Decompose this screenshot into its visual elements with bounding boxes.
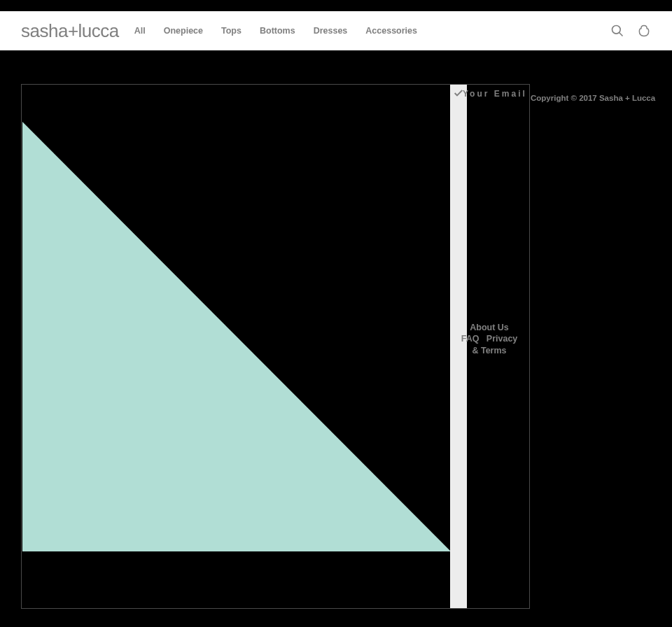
faq-link[interactable]: FAQ	[461, 334, 479, 344]
primary-nav: All Onepiece Tops Bottoms Dresses Access…	[134, 26, 417, 36]
cart-icon[interactable]	[637, 24, 651, 38]
svg-line-1	[620, 33, 623, 36]
copyright-text: Copyright © 2017 Sasha + Lucca	[531, 94, 655, 102]
search-icon[interactable]	[610, 24, 624, 38]
site-logo[interactable]: sasha+lucca	[21, 20, 119, 42]
decorative-triangle	[22, 122, 451, 551]
about-us-link[interactable]: About Us	[470, 323, 509, 332]
header-icons	[610, 24, 651, 38]
nav-all[interactable]: All	[134, 26, 146, 36]
privacy-terms-link[interactable]: Privacy & Terms	[472, 334, 517, 355]
nav-onepiece[interactable]: Onepiece	[164, 26, 203, 36]
svg-point-0	[612, 26, 621, 34]
site-header: sasha+lucca All Onepiece Tops Bottoms Dr…	[0, 11, 672, 50]
email-input-label[interactable]: Your Email	[463, 89, 527, 99]
nav-dresses[interactable]: Dresses	[314, 26, 348, 36]
nav-accessories[interactable]: Accessories	[365, 26, 417, 36]
nav-bottoms[interactable]: Bottoms	[260, 26, 295, 36]
footer-links: About Us FAQ Privacy & Terms	[458, 322, 520, 356]
nav-tops[interactable]: Tops	[221, 26, 241, 36]
